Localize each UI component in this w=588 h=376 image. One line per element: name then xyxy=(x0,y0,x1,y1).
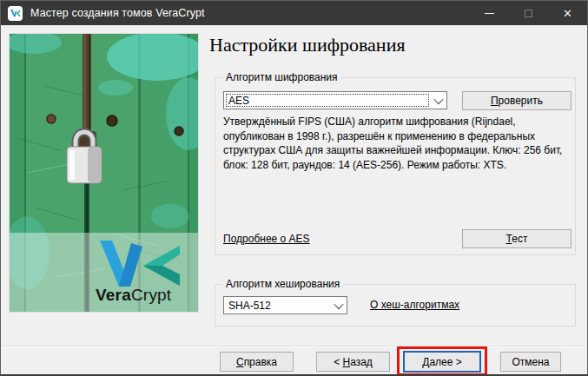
maximize-icon xyxy=(525,10,532,17)
veracrypt-wizard-window: Мастер создания томов VeraCrypt ✕ xyxy=(0,0,588,376)
test-button[interactable]: Тест xyxy=(462,229,571,248)
selected-hash-algorithm: SHA-512 xyxy=(224,300,330,312)
selected-encryption-algorithm: AES xyxy=(224,95,430,107)
algorithm-description: Утверждённый FIPS (США) алгоритм шифрова… xyxy=(223,115,572,172)
close-button[interactable]: ✕ xyxy=(548,1,587,25)
minimize-button[interactable] xyxy=(470,1,509,25)
veracrypt-icon xyxy=(8,6,23,21)
encryption-group: Алгоритм шифрования AES Проверить Утверж… xyxy=(215,77,576,255)
benchmark-button[interactable]: Проверить xyxy=(462,91,571,110)
hash-algorithm-select[interactable]: SHA-512 xyxy=(223,296,347,314)
veracrypt-logo-text: VeraCrypt xyxy=(96,286,171,305)
chevron-down-icon xyxy=(330,302,347,309)
close-icon: ✕ xyxy=(563,8,572,19)
next-button[interactable]: Далее > xyxy=(403,351,481,373)
encryption-algorithm-select[interactable]: AES xyxy=(223,91,447,109)
door-photo: VeraCrypt xyxy=(10,34,198,312)
encryption-group-label: Алгоритм шифрования xyxy=(222,71,341,83)
logo-text-vera: Vera xyxy=(96,286,131,304)
help-button[interactable]: Справка xyxy=(220,352,294,372)
footer-separator xyxy=(1,346,587,347)
page-title: Настройки шифрования xyxy=(209,34,406,56)
minimize-icon xyxy=(485,13,494,14)
back-button[interactable]: < Назад xyxy=(316,352,390,372)
hash-info-link[interactable]: О хеш-алгоритмах xyxy=(370,299,459,311)
cancel-button[interactable]: Отмена xyxy=(500,352,561,372)
chevron-down-icon xyxy=(430,97,446,104)
more-info-link[interactable]: Подробнее о AES xyxy=(223,233,310,245)
window-title: Мастер создания томов VeraCrypt xyxy=(30,7,470,19)
veracrypt-icon-glyph xyxy=(10,9,21,18)
hash-group-label: Алгоритм хеширования xyxy=(222,278,343,290)
maximize-button xyxy=(509,1,548,25)
hash-group: Алгоритм хеширования SHA-512 О хеш-алгор… xyxy=(215,284,576,327)
logo-text-crypt: Crypt xyxy=(131,286,171,304)
titlebar: Мастер создания томов VeraCrypt ✕ xyxy=(1,1,587,25)
door-photo-art xyxy=(10,34,198,312)
